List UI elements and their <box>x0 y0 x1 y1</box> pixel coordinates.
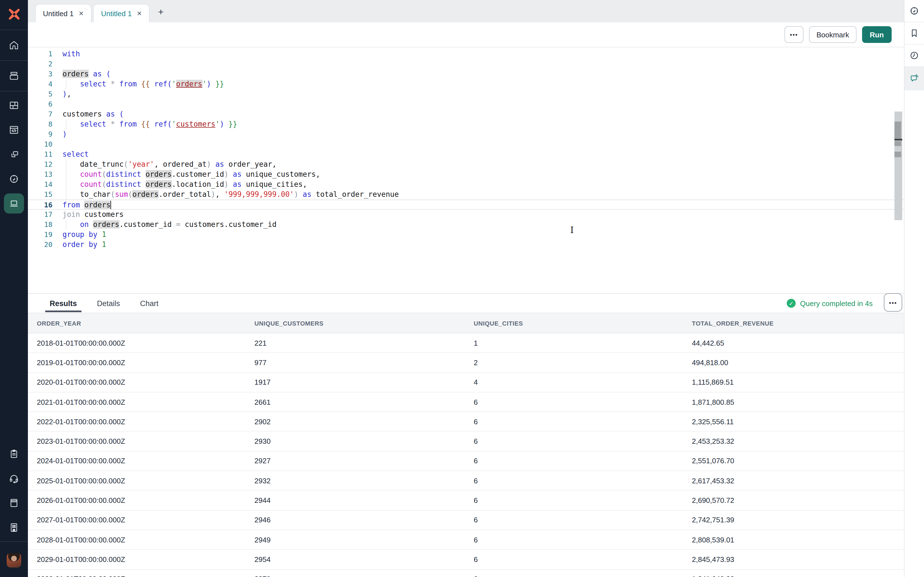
bookmark-icon[interactable] <box>905 22 924 45</box>
table-row[interactable]: 2030-01-01T00:00:00.000Z287961,841,049.3… <box>28 569 904 577</box>
table-cell: 2019-01-01T00:00:00.000Z <box>37 358 254 367</box>
table-cell: 6 <box>474 437 692 445</box>
code-line-4[interactable]: 4 select * from {{ ref('orders') }} <box>28 79 904 89</box>
scrollbar-thumb[interactable] <box>894 121 901 139</box>
code-line-16[interactable]: 16from orders <box>28 200 904 210</box>
code-text: date_trunc('year', ordered_at) as order_… <box>52 160 276 169</box>
table-cell: 2,617,453.32 <box>692 476 904 485</box>
org-building-icon[interactable] <box>0 515 28 540</box>
code-line-17[interactable]: 17join customers <box>28 210 904 220</box>
table-cell: 1,115,869.51 <box>692 378 904 386</box>
table-cell: 6 <box>474 417 692 426</box>
code-text: select * from {{ ref('customers') }} <box>52 119 237 129</box>
left-sidebar <box>0 0 28 577</box>
code-line-3[interactable]: 3orders as ( <box>28 69 904 79</box>
code-text: join customers <box>52 210 124 220</box>
code-line-18[interactable]: 18 on orders.customer_id = customers.cus… <box>28 220 904 230</box>
code-line-5[interactable]: 5), <box>28 89 904 99</box>
sidebar-divider <box>0 542 28 542</box>
components-icon[interactable] <box>0 142 28 167</box>
code-line-1[interactable]: 1with <box>28 49 904 59</box>
compass-icon[interactable] <box>905 0 924 22</box>
table-cell: 6 <box>474 476 692 485</box>
code-line-11[interactable]: 11select <box>28 150 904 160</box>
close-tab-icon[interactable]: ✕ <box>137 10 142 17</box>
ai-chat-icon[interactable] <box>905 67 924 90</box>
code-text: to_char(sum(orders.order_total), '999,99… <box>52 190 399 200</box>
table-cell: 2027-01-01T00:00:00.000Z <box>37 516 254 524</box>
code-line-19[interactable]: 19group by 1 <box>28 230 904 240</box>
line-number: 4 <box>28 79 52 89</box>
code-window-icon[interactable] <box>0 118 28 142</box>
new-tab-button[interactable]: + <box>158 7 164 18</box>
history-clock-icon[interactable] <box>905 45 924 67</box>
table-cell: 2 <box>474 358 692 367</box>
table-row[interactable]: 2029-01-01T00:00:00.000Z295462,845,473.9… <box>28 550 904 570</box>
docs-book-icon[interactable] <box>0 491 28 515</box>
compute-laptop-icon[interactable] <box>0 191 28 216</box>
close-tab-icon[interactable]: ✕ <box>79 10 84 17</box>
code-line-10[interactable]: 10 <box>28 139 904 150</box>
table-row[interactable]: 2020-01-01T00:00:00.000Z191741,115,869.5… <box>28 373 904 392</box>
column-header[interactable]: UNIQUE_CUSTOMERS <box>254 320 474 326</box>
table-cell: 1,841,049.32 <box>692 575 904 577</box>
code-line-9[interactable]: 9) <box>28 129 904 139</box>
support-headset-icon[interactable] <box>0 466 28 491</box>
code-line-20[interactable]: 20order by 1 <box>28 240 904 250</box>
table-row[interactable]: 2028-01-01T00:00:00.000Z294962,808,539.0… <box>28 530 904 550</box>
code-line-6[interactable]: 6 <box>28 99 904 109</box>
editor-scrollbar[interactable] <box>894 111 902 220</box>
table-row[interactable]: 2022-01-01T00:00:00.000Z290262,325,556.1… <box>28 412 904 432</box>
sheet-tab-1[interactable]: Untitled 1✕ <box>35 4 92 22</box>
user-avatar[interactable] <box>0 543 28 577</box>
column-header[interactable]: UNIQUE_CITIES <box>474 320 692 326</box>
scrollbar-cursor-marker <box>894 139 902 140</box>
apps-grid-icon[interactable] <box>0 93 28 118</box>
hex-logo-icon[interactable] <box>0 0 28 28</box>
table-cell: 2954 <box>254 555 474 564</box>
code-line-13[interactable]: 13 count(distinct orders.customer_id) as… <box>28 169 904 179</box>
run-button[interactable]: Run <box>862 26 892 43</box>
sheet-tab-2[interactable]: Untitled 1✕ <box>93 4 150 22</box>
line-number: 9 <box>28 129 52 139</box>
column-header[interactable]: ORDER_YEAR <box>37 320 254 326</box>
line-number: 14 <box>28 179 52 190</box>
line-number: 7 <box>28 109 52 119</box>
column-header[interactable]: TOTAL_ORDER_REVENUE <box>692 320 904 326</box>
code-line-14[interactable]: 14 count(distinct orders.location_id) as… <box>28 179 904 190</box>
results-more-button[interactable]: ••• <box>884 293 902 312</box>
table-cell: 44,442.65 <box>692 338 904 347</box>
table-cell: 2879 <box>254 575 474 577</box>
code-line-7[interactable]: 7customers as ( <box>28 109 904 119</box>
table-cell: 2927 <box>254 457 474 465</box>
clipboard-icon[interactable] <box>0 442 28 466</box>
code-text: group by 1 <box>52 230 106 240</box>
code-text <box>52 139 63 150</box>
table-row[interactable]: 2027-01-01T00:00:00.000Z294662,742,751.3… <box>28 510 904 530</box>
code-line-15[interactable]: 15 to_char(sum(orders.order_total), '999… <box>28 190 904 200</box>
main-area: Untitled 1✕Untitled 1✕ + ••• Bookmark Ru… <box>28 0 904 577</box>
results-tab-results[interactable]: Results <box>50 299 77 308</box>
table-row[interactable]: 2019-01-01T00:00:00.000Z9772494,818.00 <box>28 353 904 373</box>
projects-tray-icon[interactable] <box>0 63 28 89</box>
sql-editor[interactable]: 1with23orders as (4 select * from {{ ref… <box>28 47 904 293</box>
code-text: from orders <box>52 200 111 209</box>
table-row[interactable]: 2018-01-01T00:00:00.000Z221144,442.65 <box>28 334 904 353</box>
code-line-8[interactable]: 8 select * from {{ ref('customers') }} <box>28 119 904 129</box>
results-tab-chart[interactable]: Chart <box>140 299 158 308</box>
table-body: 2018-01-01T00:00:00.000Z221144,442.65201… <box>28 334 904 577</box>
table-row[interactable]: 2026-01-01T00:00:00.000Z294462,690,570.7… <box>28 491 904 511</box>
explore-compass-icon[interactable] <box>0 167 28 191</box>
code-line-2[interactable]: 2 <box>28 59 904 69</box>
line-number: 5 <box>28 89 52 99</box>
home-icon[interactable] <box>0 32 28 58</box>
table-row[interactable]: 2023-01-01T00:00:00.000Z293062,453,253.3… <box>28 432 904 451</box>
table-row[interactable]: 2025-01-01T00:00:00.000Z293262,617,453.3… <box>28 471 904 491</box>
table-row[interactable]: 2024-01-01T00:00:00.000Z292762,551,076.7… <box>28 451 904 471</box>
code-line-12[interactable]: 12 date_trunc('year', ordered_at) as ord… <box>28 160 904 169</box>
bookmark-button[interactable]: Bookmark <box>809 26 856 43</box>
table-row[interactable]: 2021-01-01T00:00:00.000Z266161,871,800.8… <box>28 392 904 412</box>
more-options-button[interactable]: ••• <box>784 26 803 43</box>
results-tab-details[interactable]: Details <box>97 299 120 308</box>
scrollbar-block <box>894 141 901 146</box>
